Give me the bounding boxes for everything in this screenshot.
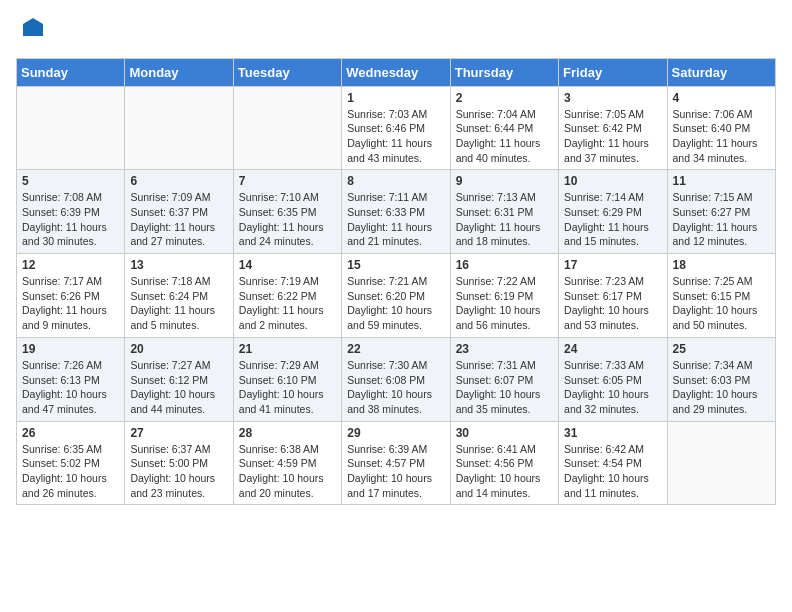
day-number: 21 bbox=[239, 342, 336, 356]
day-info: Sunset: 6:19 PM bbox=[456, 289, 553, 304]
day-number: 4 bbox=[673, 91, 770, 105]
calendar-cell: 2Sunrise: 7:04 AMSunset: 6:44 PMDaylight… bbox=[450, 86, 558, 170]
day-info: Sunset: 4:59 PM bbox=[239, 456, 336, 471]
day-info: Sunrise: 7:21 AM bbox=[347, 274, 444, 289]
day-info: and 56 minutes. bbox=[456, 318, 553, 333]
day-info: Sunset: 6:26 PM bbox=[22, 289, 119, 304]
day-number: 11 bbox=[673, 174, 770, 188]
weekday-header: Thursday bbox=[450, 58, 558, 86]
calendar-cell: 15Sunrise: 7:21 AMSunset: 6:20 PMDayligh… bbox=[342, 254, 450, 338]
day-number: 20 bbox=[130, 342, 227, 356]
calendar-cell: 29Sunrise: 6:39 AMSunset: 4:57 PMDayligh… bbox=[342, 421, 450, 505]
day-info: Daylight: 10 hours bbox=[564, 303, 661, 318]
day-info: Daylight: 11 hours bbox=[347, 220, 444, 235]
calendar-week-row: 5Sunrise: 7:08 AMSunset: 6:39 PMDaylight… bbox=[17, 170, 776, 254]
calendar-cell: 31Sunrise: 6:42 AMSunset: 4:54 PMDayligh… bbox=[559, 421, 667, 505]
calendar-week-row: 12Sunrise: 7:17 AMSunset: 6:26 PMDayligh… bbox=[17, 254, 776, 338]
day-info: Sunrise: 7:26 AM bbox=[22, 358, 119, 373]
calendar-cell: 13Sunrise: 7:18 AMSunset: 6:24 PMDayligh… bbox=[125, 254, 233, 338]
day-info: Daylight: 11 hours bbox=[239, 303, 336, 318]
calendar-cell bbox=[17, 86, 125, 170]
weekday-header: Tuesday bbox=[233, 58, 341, 86]
calendar-cell: 11Sunrise: 7:15 AMSunset: 6:27 PMDayligh… bbox=[667, 170, 775, 254]
day-info: Sunrise: 6:42 AM bbox=[564, 442, 661, 457]
day-info: Daylight: 10 hours bbox=[239, 471, 336, 486]
day-info: Daylight: 10 hours bbox=[456, 471, 553, 486]
day-info: Daylight: 11 hours bbox=[564, 220, 661, 235]
weekday-header: Friday bbox=[559, 58, 667, 86]
day-info: Daylight: 10 hours bbox=[22, 387, 119, 402]
day-info: Sunrise: 7:17 AM bbox=[22, 274, 119, 289]
day-info: Sunset: 6:24 PM bbox=[130, 289, 227, 304]
day-info: and 43 minutes. bbox=[347, 151, 444, 166]
day-info: Sunrise: 7:10 AM bbox=[239, 190, 336, 205]
calendar-cell bbox=[125, 86, 233, 170]
day-info: Daylight: 10 hours bbox=[347, 387, 444, 402]
day-info: Daylight: 11 hours bbox=[239, 220, 336, 235]
calendar-cell: 25Sunrise: 7:34 AMSunset: 6:03 PMDayligh… bbox=[667, 337, 775, 421]
day-info: Sunrise: 7:23 AM bbox=[564, 274, 661, 289]
calendar-cell: 23Sunrise: 7:31 AMSunset: 6:07 PMDayligh… bbox=[450, 337, 558, 421]
day-info: Sunset: 6:31 PM bbox=[456, 205, 553, 220]
day-number: 29 bbox=[347, 426, 444, 440]
day-number: 31 bbox=[564, 426, 661, 440]
day-number: 28 bbox=[239, 426, 336, 440]
day-info: Sunrise: 7:29 AM bbox=[239, 358, 336, 373]
calendar-cell: 3Sunrise: 7:05 AMSunset: 6:42 PMDaylight… bbox=[559, 86, 667, 170]
day-info: and 2 minutes. bbox=[239, 318, 336, 333]
day-info: Daylight: 10 hours bbox=[22, 471, 119, 486]
day-number: 10 bbox=[564, 174, 661, 188]
day-info: Daylight: 11 hours bbox=[673, 220, 770, 235]
day-info: and 41 minutes. bbox=[239, 402, 336, 417]
day-info: Sunset: 6:29 PM bbox=[564, 205, 661, 220]
day-info: and 30 minutes. bbox=[22, 234, 119, 249]
day-info: Daylight: 11 hours bbox=[347, 136, 444, 151]
day-info: and 21 minutes. bbox=[347, 234, 444, 249]
day-info: and 34 minutes. bbox=[673, 151, 770, 166]
svg-marker-0 bbox=[23, 18, 43, 36]
calendar-cell: 8Sunrise: 7:11 AMSunset: 6:33 PMDaylight… bbox=[342, 170, 450, 254]
calendar-cell bbox=[233, 86, 341, 170]
day-info: Sunset: 5:00 PM bbox=[130, 456, 227, 471]
day-info: Sunset: 6:44 PM bbox=[456, 121, 553, 136]
day-info: Daylight: 11 hours bbox=[130, 303, 227, 318]
day-info: Daylight: 10 hours bbox=[456, 303, 553, 318]
day-info: Sunrise: 7:11 AM bbox=[347, 190, 444, 205]
day-number: 16 bbox=[456, 258, 553, 272]
day-number: 6 bbox=[130, 174, 227, 188]
weekday-header: Wednesday bbox=[342, 58, 450, 86]
day-info: Sunrise: 7:19 AM bbox=[239, 274, 336, 289]
day-info: and 14 minutes. bbox=[456, 486, 553, 501]
day-info: Daylight: 11 hours bbox=[22, 220, 119, 235]
calendar-cell: 7Sunrise: 7:10 AMSunset: 6:35 PMDaylight… bbox=[233, 170, 341, 254]
day-number: 14 bbox=[239, 258, 336, 272]
day-info: and 15 minutes. bbox=[564, 234, 661, 249]
day-number: 23 bbox=[456, 342, 553, 356]
day-info: and 29 minutes. bbox=[673, 402, 770, 417]
day-info: Sunset: 6:46 PM bbox=[347, 121, 444, 136]
day-info: and 47 minutes. bbox=[22, 402, 119, 417]
day-info: Sunrise: 7:08 AM bbox=[22, 190, 119, 205]
day-info: and 24 minutes. bbox=[239, 234, 336, 249]
day-info: Sunrise: 7:30 AM bbox=[347, 358, 444, 373]
calendar-cell: 17Sunrise: 7:23 AMSunset: 6:17 PMDayligh… bbox=[559, 254, 667, 338]
day-info: Sunrise: 7:18 AM bbox=[130, 274, 227, 289]
day-info: and 37 minutes. bbox=[564, 151, 661, 166]
day-number: 18 bbox=[673, 258, 770, 272]
day-number: 25 bbox=[673, 342, 770, 356]
day-info: Daylight: 10 hours bbox=[130, 471, 227, 486]
day-info: Sunset: 6:05 PM bbox=[564, 373, 661, 388]
calendar-cell: 10Sunrise: 7:14 AMSunset: 6:29 PMDayligh… bbox=[559, 170, 667, 254]
day-info: and 5 minutes. bbox=[130, 318, 227, 333]
day-number: 30 bbox=[456, 426, 553, 440]
day-info: Sunset: 6:39 PM bbox=[22, 205, 119, 220]
calendar: SundayMondayTuesdayWednesdayThursdayFrid… bbox=[16, 58, 776, 506]
day-info: Sunrise: 7:34 AM bbox=[673, 358, 770, 373]
day-info: Sunset: 6:13 PM bbox=[22, 373, 119, 388]
day-number: 24 bbox=[564, 342, 661, 356]
day-info: Sunrise: 7:13 AM bbox=[456, 190, 553, 205]
calendar-cell: 12Sunrise: 7:17 AMSunset: 6:26 PMDayligh… bbox=[17, 254, 125, 338]
day-number: 1 bbox=[347, 91, 444, 105]
calendar-cell bbox=[667, 421, 775, 505]
day-number: 5 bbox=[22, 174, 119, 188]
